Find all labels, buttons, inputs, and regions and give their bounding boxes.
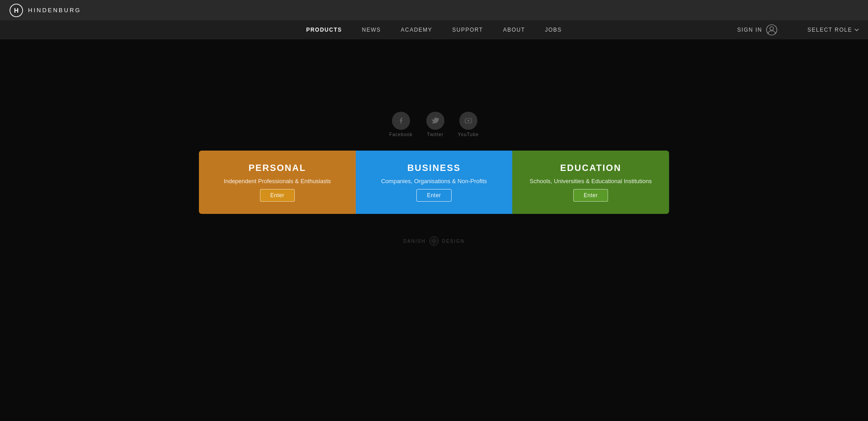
nav-item-about[interactable]: ABOUT [493,20,535,39]
personal-enter-button[interactable]: Enter [260,189,295,202]
facebook-icon-circle [392,112,410,130]
business-card: BUSINESS Companies, Organisations & Non-… [356,151,513,214]
navigation: PRODUCTS NEWS ACADEMY SUPPORT ABOUT JOBS… [0,20,868,39]
crosshair-icon [431,238,437,244]
youtube-icon-circle [459,112,477,130]
danish-design-icon [429,237,439,246]
social-icons: Facebook Twitter YouTube [389,112,479,137]
business-card-subtitle: Companies, Organisations & Non-Profits [381,178,487,184]
twitter-label: Twitter [427,132,443,137]
header: H HINDENBURG [0,0,868,20]
main-content: Facebook Twitter YouTube PERSONAL [0,39,868,246]
twitter-icon-circle [426,112,444,130]
role-cards: PERSONAL Independent Professionals & Ent… [199,151,669,214]
nav-item-news[interactable]: NEWS [352,20,391,39]
nav-item-academy[interactable]: ACADEMY [391,20,443,39]
chevron-down-icon [854,28,859,31]
design-text: DESIGN [442,239,465,244]
hindenburg-logo-icon: H [9,3,24,18]
danish-text: DANISH [403,239,426,244]
education-enter-button[interactable]: Enter [573,189,608,202]
education-card: EDUCATION Schools, Universities & Educat… [512,151,669,214]
logo-text: HINDENBURG [28,7,81,14]
education-card-title: EDUCATION [560,163,621,173]
user-icon [766,24,778,36]
personal-card-title: PERSONAL [249,163,306,173]
facebook-label: Facebook [389,132,413,137]
danish-design-label: DANISH DESIGN [403,237,465,246]
svg-text:H: H [14,7,19,14]
sign-in-area[interactable]: SIGN IN [737,24,778,36]
twitter-social-item[interactable]: Twitter [426,112,444,137]
select-role-area[interactable]: SELECT ROLE [807,27,859,33]
nav-item-support[interactable]: SUPPORT [442,20,493,39]
facebook-icon [397,117,405,124]
sign-in-text: SIGN IN [737,27,762,33]
business-enter-button[interactable]: Enter [416,189,451,202]
twitter-icon [432,117,439,124]
business-card-title: BUSINESS [407,163,461,173]
youtube-icon [465,117,472,124]
select-role-text: SELECT ROLE [807,27,852,33]
logo-area[interactable]: H HINDENBURG [9,3,81,18]
footer: DANISH DESIGN [403,237,465,246]
svg-point-3 [770,27,774,30]
personal-card-subtitle: Independent Professionals & Enthusiasts [224,178,331,184]
youtube-social-item[interactable]: YouTube [458,112,479,137]
nav-item-jobs[interactable]: JOBS [535,20,571,39]
personal-card: PERSONAL Independent Professionals & Ent… [199,151,356,214]
nav-item-products[interactable]: PRODUCTS [296,20,352,39]
youtube-label: YouTube [458,132,479,137]
education-card-subtitle: Schools, Universities & Educational Inst… [530,178,652,184]
svg-marker-5 [467,120,470,122]
facebook-social-item[interactable]: Facebook [389,112,413,137]
